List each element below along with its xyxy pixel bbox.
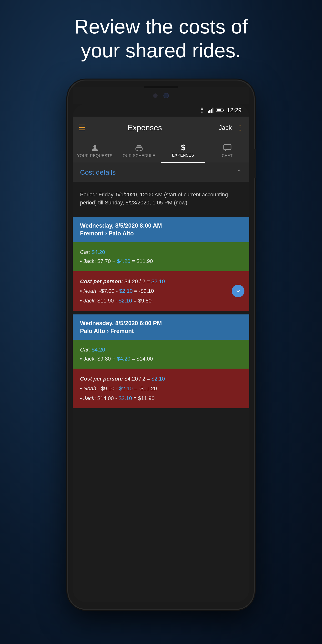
per-person-hl-1: $2.10 xyxy=(152,278,165,284)
phone-device: 12:29 ☰ Expenses Jack ⋮ YOUR REQUESTS xyxy=(68,80,254,609)
per-person-label-2: Cost per person: xyxy=(80,376,124,382)
chevron-up-icon[interactable]: ⌃ xyxy=(236,168,242,176)
phone-screen: 12:29 ☰ Expenses Jack ⋮ YOUR REQUESTS xyxy=(73,104,249,602)
car-cost-text-2: Car: $4.20 • Jack: $9.80 + $4.20 = $14.0… xyxy=(80,345,242,364)
car-cost-text-1: Car: $4.20 • Jack: $7.70 + $4.20 = $11.9… xyxy=(80,248,242,266)
speaker xyxy=(144,86,178,88)
scroll-down-button[interactable] xyxy=(232,285,244,297)
cost-details-title: Cost details xyxy=(80,168,116,176)
ride-car-cost-2: Car: $4.20 • Jack: $9.80 + $4.20 = $14.0… xyxy=(73,340,249,369)
car-calc-2: • Jack: $9.80 + xyxy=(80,356,117,362)
app-title: Expenses xyxy=(90,123,199,132)
svg-text:$: $ xyxy=(181,143,186,152)
per-person-label-1: Cost per person: xyxy=(80,278,124,284)
tab-our-schedule[interactable]: OUR SCHEDULE xyxy=(117,138,161,163)
car-label-2: Car: xyxy=(80,347,92,353)
wifi-icon xyxy=(198,108,206,113)
hero-line2: your shared rides. xyxy=(81,39,241,62)
car-value-1: $4.20 xyxy=(92,249,105,255)
tab-label-chat: CHAT xyxy=(222,154,232,158)
noah-end-1: = -$9.10 xyxy=(133,288,154,294)
svg-rect-9 xyxy=(136,147,142,150)
car-value-2: $4.20 xyxy=(92,347,105,353)
ride-header-2: Wednesday, 8/5/2020 6:00 PM Palo Alto › … xyxy=(73,314,249,340)
jack-end-1: = $9.80 xyxy=(132,298,152,304)
tab-expenses[interactable]: $ EXPENSES xyxy=(161,138,205,163)
svg-rect-3 xyxy=(211,109,212,113)
cost-details-header[interactable]: Cost details ⌃ xyxy=(73,163,249,182)
svg-rect-1 xyxy=(208,111,209,113)
camera-left xyxy=(153,94,158,98)
svg-rect-6 xyxy=(223,110,224,111)
tab-label-schedule: OUR SCHEDULE xyxy=(123,154,155,158)
svg-rect-14 xyxy=(224,144,231,150)
ride-header-1: Wednesday, 8/5/2020 8:00 AM Fremont › Pa… xyxy=(73,217,249,242)
noah-line-2: • Noah: -$9.10 - xyxy=(80,386,119,392)
down-arrow-icon xyxy=(235,288,241,294)
noah-hl-1: $2.10 xyxy=(119,288,133,294)
app-bar: ☰ Expenses Jack ⋮ xyxy=(73,116,249,138)
car-calc-1: • Jack: $7.70 + xyxy=(80,258,117,264)
svg-point-11 xyxy=(140,150,142,151)
svg-rect-12 xyxy=(137,146,141,148)
hero-line1: Review the costs of xyxy=(74,15,248,38)
car-calc-hl-2: $4.20 xyxy=(117,356,130,362)
ride-route-2: Palo Alto › Fremont xyxy=(80,328,242,334)
user-name: Jack xyxy=(219,124,232,132)
noah-hl-2: $2.10 xyxy=(119,386,133,392)
jack-hl-1: $2.10 xyxy=(118,298,132,304)
phone-camera-bar xyxy=(73,87,249,104)
camera-main xyxy=(164,93,169,98)
status-bar: 12:29 xyxy=(73,104,249,116)
ride-car-cost-1: Car: $4.20 • Jack: $7.70 + $4.20 = $11.9… xyxy=(73,242,249,271)
jack-line-2: • Jack: $14.00 - xyxy=(80,395,118,401)
ride-card-1: Wednesday, 8/5/2020 8:00 AM Fremont › Pa… xyxy=(73,217,249,311)
jack-end-2: = $11.90 xyxy=(132,395,154,401)
per-person-text-2: Cost per person: $4.20 / 2 = $2.10 • Noa… xyxy=(80,374,242,403)
hero-text: Review the costs of your shared rides. xyxy=(0,15,322,63)
jack-line-1: • Jack: $11.90 - xyxy=(80,298,118,304)
svg-rect-4 xyxy=(212,108,214,113)
chat-icon xyxy=(223,144,232,152)
per-person-calc-1: $4.20 / 2 = xyxy=(124,278,152,284)
per-person-calc-2: $4.20 / 2 = xyxy=(124,376,152,382)
car-calc-hl-1: $4.20 xyxy=(117,258,130,264)
tab-chat[interactable]: CHAT xyxy=(205,138,249,163)
tab-bar: YOUR REQUESTS OUR SCHEDULE $ xyxy=(73,138,249,163)
svg-rect-7 xyxy=(216,109,221,111)
tab-label-expenses: EXPENSES xyxy=(172,153,194,158)
noah-line-1: • Noah: -$7.00 - xyxy=(80,288,119,294)
dollar-icon: $ xyxy=(179,143,188,152)
ride-date-2: Wednesday, 8/5/2020 6:00 PM xyxy=(80,320,242,327)
per-person-text-1: Cost per person: $4.20 / 2 = $2.10 • Noa… xyxy=(80,277,242,306)
svg-point-0 xyxy=(202,112,202,113)
car-calc-end-2: = $14.00 xyxy=(130,356,153,362)
status-icons: 12:29 xyxy=(198,107,242,114)
ride-card-2: Wednesday, 8/5/2020 6:00 PM Palo Alto › … xyxy=(73,314,249,408)
per-person-hl-2: $2.10 xyxy=(152,376,165,382)
car-label-1: Car: xyxy=(80,249,92,255)
signal-icon xyxy=(208,108,214,113)
svg-rect-2 xyxy=(209,110,210,113)
svg-point-10 xyxy=(136,150,138,151)
car-icon xyxy=(135,144,144,152)
person-icon xyxy=(90,144,99,152)
svg-point-8 xyxy=(94,145,96,148)
ride-route-1: Fremont › Palo Alto xyxy=(80,230,242,237)
tab-your-requests[interactable]: YOUR REQUESTS xyxy=(73,138,117,163)
ride-date-1: Wednesday, 8/5/2020 8:00 AM xyxy=(80,222,242,229)
more-options-icon[interactable]: ⋮ xyxy=(236,124,244,132)
tab-label-requests: YOUR REQUESTS xyxy=(77,154,112,158)
hamburger-icon[interactable]: ☰ xyxy=(78,123,86,132)
status-time: 12:29 xyxy=(227,107,242,114)
ride-per-person-1: Cost per person: $4.20 / 2 = $2.10 • Noa… xyxy=(73,271,249,311)
noah-end-2: = -$11.20 xyxy=(133,386,157,392)
ride-per-person-2: Cost per person: $4.20 / 2 = $2.10 • Noa… xyxy=(73,368,249,408)
battery-icon xyxy=(216,108,224,113)
jack-hl-2: $2.10 xyxy=(118,395,132,401)
period-text: Period: Friday, 5/1/2020, 12:00 AM (star… xyxy=(73,184,249,214)
app-content: Cost details ⌃ Period: Friday, 5/1/2020,… xyxy=(73,163,249,602)
car-calc-end-1: = $11.90 xyxy=(130,258,153,264)
